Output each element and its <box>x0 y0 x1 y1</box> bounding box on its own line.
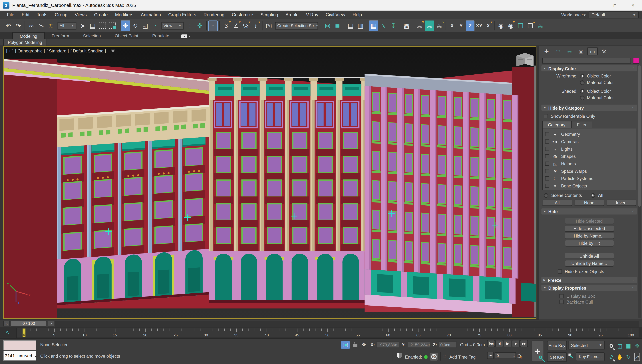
track-bar-ruler[interactable]: 5101520253035404550556065707580859095100… <box>16 328 639 338</box>
time-configuration-icon[interactable]: ◷⚙ <box>517 352 521 358</box>
menu-file[interactable]: File <box>3 12 18 17</box>
axis-constraint-x-icon[interactable]: X <box>448 20 456 31</box>
select-and-rotate-icon[interactable]: ↻ <box>131 20 140 31</box>
modify-tab-icon[interactable]: ◠ <box>553 47 563 55</box>
tab-category[interactable]: Category <box>542 121 571 128</box>
mini-curve-editor-icon[interactable]: ∿ <box>6 329 10 335</box>
safe-scene-shield-icon[interactable] <box>397 353 402 358</box>
unhide-all-button[interactable]: Unhide All <box>565 252 614 259</box>
show-renderable-only-checkbox[interactable] <box>544 114 548 118</box>
play-button[interactable]: ▶ <box>504 340 511 347</box>
load-scene-state-icon[interactable]: ❏➜ <box>526 20 535 31</box>
ribbon-toggle-icon[interactable]: ▦ <box>369 20 378 31</box>
axis-constraint-flyout-icon[interactable]: X? <box>484 20 492 31</box>
utilities-tab-icon[interactable]: ⚒ <box>599 47 609 55</box>
select-and-scale-icon[interactable]: ◱ <box>140 20 150 31</box>
hide-frozen-objects-checkbox[interactable] <box>558 270 562 274</box>
render-view-icon[interactable]: ◉ <box>496 20 506 31</box>
spinner-arrows[interactable]: ▴▾ <box>513 353 515 358</box>
viewport-3d-scene[interactable]: xyz <box>4 47 536 318</box>
angle-snap-icon[interactable]: ∠? <box>231 20 241 31</box>
menu-group[interactable]: Group <box>51 12 71 17</box>
hierarchy-tab-icon[interactable]: ╦ <box>564 47 575 55</box>
none-button[interactable]: None <box>574 200 604 206</box>
rectangular-selection-region-icon[interactable] <box>98 20 107 31</box>
backface-cull-checkbox[interactable] <box>559 300 564 304</box>
snaps-toggle-icon[interactable]: 3? <box>221 20 231 31</box>
rendered-frame-window-icon[interactable]: ☕ <box>425 20 434 31</box>
rollout-display-color-header[interactable]: ▼ Display Color ⁘ <box>541 65 637 71</box>
save-scene-state-icon[interactable]: ❏ <box>516 20 525 31</box>
minimize-button[interactable]: — <box>588 0 606 11</box>
zoom-all-icon[interactable]: ◫ <box>616 340 624 351</box>
menu-animation[interactable]: Animation <box>137 12 164 17</box>
axis-constraint-y-icon[interactable]: Y <box>457 20 465 31</box>
mirror-icon[interactable]: ⋈ <box>323 20 332 31</box>
curve-editor-icon[interactable]: ∿ <box>379 20 388 31</box>
current-frame-field[interactable]: 0 ▴▾ <box>495 352 516 359</box>
select-and-move-icon[interactable]: ✥ <box>121 20 130 31</box>
menu-v-ray[interactable]: V-Ray <box>302 12 322 17</box>
bind-to-space-warp-icon[interactable]: ≋ <box>46 20 56 31</box>
z-coordinate-field[interactable]: 0,0cm <box>439 341 457 348</box>
category-cameras-checkbox[interactable] <box>545 140 549 144</box>
menu-views[interactable]: Views <box>71 12 91 17</box>
create-tab-icon[interactable]: ✚ <box>541 47 552 55</box>
x-coordinate-field[interactable]: 1973,836c <box>376 341 399 348</box>
spinner-snap-icon[interactable]: ↕? <box>251 20 260 31</box>
category-particle-systems-checkbox[interactable] <box>545 176 549 180</box>
tab-filter[interactable]: Filter <box>571 121 592 128</box>
category-lights-checkbox[interactable] <box>545 147 549 151</box>
go-to-end-button[interactable]: ▶▶| <box>520 340 528 347</box>
scrollbar-thumb[interactable] <box>638 65 641 207</box>
viewport-menu-general[interactable]: [ + ] <box>6 48 14 53</box>
set-key-button[interactable]: Set Key <box>547 352 567 362</box>
next-frame-step-button[interactable]: |▶ <box>512 340 520 347</box>
redo-icon[interactable]: ↷ <box>14 20 23 31</box>
display-tab-icon[interactable]: ▭ <box>587 47 598 55</box>
menu-modifiers[interactable]: Modifiers <box>111 12 137 17</box>
hide-by-name-button[interactable]: Hide by Name... <box>565 233 614 239</box>
category-helpers-checkbox[interactable] <box>545 162 549 166</box>
all-button[interactable]: All <box>542 200 572 206</box>
window-crossing-icon[interactable] <box>108 20 117 31</box>
previous-frame-step-button[interactable]: ◀| <box>495 340 503 347</box>
render-setup-icon[interactable]: ☕⚙ <box>415 20 424 31</box>
maxscript-mini-listener-macro[interactable] <box>3 340 36 350</box>
menu-customize[interactable]: Customize <box>228 12 257 17</box>
tab-modeling[interactable]: Modeling <box>12 32 45 39</box>
select-and-link-icon[interactable]: ∞ <box>27 20 36 31</box>
all-radio[interactable] <box>591 193 595 198</box>
previous-frame-button[interactable]: < <box>3 321 10 326</box>
key-mode-toggle[interactable]: ◂▸ <box>487 352 494 359</box>
select-by-name-icon[interactable]: ▤ <box>88 20 97 31</box>
percent-snap-icon[interactable]: %? <box>241 20 251 31</box>
object-name-field[interactable] <box>542 58 631 64</box>
menu-graph-editors[interactable]: Graph Editors <box>165 12 200 17</box>
reference-coordinate-dropdown[interactable]: View▼ <box>161 22 183 30</box>
viewport-filter-icon[interactable] <box>111 49 115 52</box>
viewport[interactable]: xyz [ + ] [ Orthographic ] [ Standard ] … <box>3 46 536 319</box>
tab-polygon-modeling[interactable]: Polygon Modeling <box>3 39 47 46</box>
keyboard-shortcut-override-icon[interactable]: ↑ <box>208 20 218 31</box>
material-editor-icon[interactable]: ▩ <box>402 20 411 31</box>
shaded-object-color-radio[interactable] <box>580 89 585 93</box>
category-shapes-checkbox[interactable] <box>545 154 549 158</box>
close-button[interactable]: ✕ <box>624 0 642 11</box>
add-time-tag[interactable]: Add Time Tag <box>449 354 476 359</box>
orbit-icon[interactable]: ↻ <box>624 352 632 362</box>
menu-edit[interactable]: Edit <box>18 12 33 17</box>
go-to-start-button[interactable]: |◀◀ <box>487 340 495 347</box>
selection-lock-icon[interactable] <box>353 344 357 347</box>
shaded-material-color-radio[interactable] <box>580 96 585 100</box>
viewport-menu-pov[interactable]: [ Orthographic ] <box>15 48 45 53</box>
menu-rendering[interactable]: Rendering <box>200 12 228 17</box>
select-and-manipulate-icon[interactable]: ✜ <box>195 20 204 31</box>
zoom-region-icon[interactable] <box>607 352 615 362</box>
set-keys-button[interactable]: + <box>532 340 544 362</box>
zoom-extents-icon[interactable]: ▣ <box>624 340 632 351</box>
unlink-selection-icon[interactable]: ✂ <box>37 20 46 31</box>
hide-by-hit-button[interactable]: Hide by Hit <box>565 240 614 246</box>
time-slider-handle[interactable]: 0 / 100 <box>11 321 47 326</box>
display-as-box-checkbox[interactable] <box>559 294 564 298</box>
